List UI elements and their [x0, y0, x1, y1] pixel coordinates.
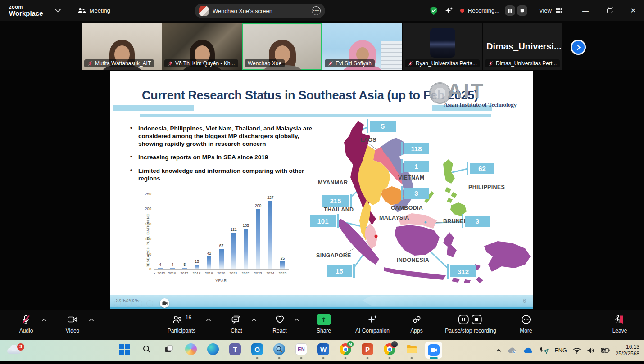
- taskbar-powerpoint-button[interactable]: P: [362, 341, 373, 360]
- taskbar-widgets-weather[interactable]: 3: [6, 343, 24, 358]
- chat-bubble-icon: [231, 314, 242, 325]
- ai-companion-titlebar-icon[interactable]: [444, 6, 454, 16]
- map-callout-philippines: 62: [470, 163, 494, 174]
- taskbar-chrome-profile-button[interactable]: [384, 341, 395, 360]
- taskbar-zoom-button[interactable]: [428, 341, 440, 360]
- chat-label: Chat: [231, 328, 242, 334]
- map-label-indonesia: INDONESIA: [397, 257, 429, 263]
- audio-label: Audio: [19, 328, 33, 334]
- muted-mic-icon: [408, 61, 413, 66]
- tray-hidden-icons-chevron[interactable]: [496, 348, 502, 352]
- taskbar-teams-button[interactable]: T: [229, 341, 241, 360]
- share-button[interactable]: Share: [317, 314, 331, 334]
- next-participants-page-button[interactable]: [571, 40, 586, 55]
- taskbar-file-explorer-button[interactable]: [406, 341, 417, 360]
- workspace-chevron-down-icon[interactable]: [55, 7, 61, 13]
- taskbar-search-button[interactable]: [141, 341, 153, 360]
- map-label-malaysia: MALAYSIA: [379, 215, 409, 221]
- ai-companion-button[interactable]: AI Companion: [355, 314, 390, 334]
- video-tile-wenchao-active-speaker[interactable]: Wenchao Xue: [242, 23, 322, 70]
- map-callout-indonesia: 312: [450, 265, 476, 277]
- share-screen-icon: [317, 314, 331, 325]
- react-label: React: [272, 328, 286, 334]
- onedrive-icon[interactable]: [523, 347, 533, 354]
- minimize-button[interactable]: —: [581, 6, 590, 15]
- map-callout-thailand: 215: [322, 195, 349, 207]
- video-label: Video: [66, 328, 79, 334]
- video-button[interactable]: Video: [66, 314, 79, 334]
- taskbar-endnote-button[interactable]: EN: [295, 341, 307, 360]
- leave-label: Leave: [612, 328, 627, 334]
- mic-in-use-location-icon[interactable]: [539, 347, 549, 354]
- name-tag: Mutita Wattanasuk_AIT: [84, 59, 154, 67]
- tab-meeting[interactable]: Meeting: [77, 7, 110, 14]
- name-tag: Evi Siti Sofiyah: [325, 59, 375, 67]
- close-button[interactable]: ✕: [629, 6, 638, 15]
- shared-screen-title: Wenchao Xue's screen: [213, 8, 308, 14]
- map-label-vietnam: VIETNAM: [398, 175, 424, 181]
- presenter-camera-icon[interactable]: [160, 298, 169, 308]
- participants-button[interactable]: 16 Participants: [168, 314, 196, 334]
- chat-menu-chevron[interactable]: [251, 318, 257, 322]
- profile-badge: [391, 341, 398, 347]
- muted-mic-icon: [21, 314, 32, 325]
- map-callout-myanmar: 5: [370, 121, 396, 132]
- taskbar-edge-button[interactable]: [207, 341, 219, 360]
- chat-button[interactable]: Chat: [231, 314, 242, 334]
- notification-badge: 3: [17, 343, 24, 351]
- zoom-workplace-logo: zoom Workplace: [9, 4, 43, 17]
- map-label-cambodia: CAMBODIA: [391, 205, 423, 211]
- video-tile-vo-thi[interactable]: Võ Thị Kim Quyên - Kh...: [162, 23, 242, 70]
- map-callout-cambodia: 3: [404, 188, 429, 199]
- map-label-brunei: BRUNEI: [443, 218, 466, 225]
- participants-menu-chevron[interactable]: [206, 318, 212, 322]
- people-icon: [77, 7, 86, 14]
- taskbar-chrome-gmail-button[interactable]: M: [340, 341, 351, 360]
- stop-recording-button[interactable]: [517, 5, 527, 16]
- more-button[interactable]: More: [520, 314, 532, 334]
- video-menu-chevron[interactable]: [89, 318, 95, 322]
- video-tile-ryan[interactable]: Ryan_Universitas Perta...: [403, 23, 482, 70]
- restore-button[interactable]: [605, 6, 614, 15]
- pill-more-options-icon[interactable]: •••: [312, 6, 321, 15]
- video-tile-mutita[interactable]: Mutita Wattanasuk_AIT: [82, 23, 162, 70]
- name-tag: Ryan_Universitas Perta...: [405, 59, 480, 67]
- taskbar-start-button[interactable]: [119, 341, 131, 360]
- taskbar-clock[interactable]: 16:13 25/2/2568: [616, 344, 639, 357]
- meeting-tab-label: Meeting: [90, 7, 110, 14]
- taskbar-outlook-button[interactable]: O: [251, 341, 263, 360]
- tray-date: 25/2/2568: [616, 351, 639, 357]
- leave-meeting-icon: [614, 314, 626, 325]
- battery-charging-icon[interactable]: [601, 347, 610, 353]
- audio-button[interactable]: Audio: [19, 314, 33, 334]
- react-menu-chevron[interactable]: [294, 318, 300, 322]
- zoom-workplace-window: zoom Workplace Meeting Wenchao Xue's scr…: [0, 0, 644, 364]
- pause-stop-recording-button[interactable]: Pause/stop recording: [445, 314, 496, 334]
- tray-time: 16:13: [616, 344, 639, 351]
- react-button[interactable]: React: [272, 314, 286, 334]
- screen-bottom-edge: [0, 361, 644, 364]
- taskbar-copilot-button[interactable]: [185, 341, 197, 360]
- profile-photo-avatar: [430, 28, 455, 58]
- pause-recording-button[interactable]: [505, 5, 515, 16]
- shared-screen-pill[interactable]: Wenchao Xue's screen •••: [195, 4, 325, 18]
- wifi-icon[interactable]: [573, 347, 581, 354]
- windows-taskbar: 3 T O EN W M P ENG: [0, 340, 644, 361]
- audio-menu-chevron[interactable]: [41, 318, 47, 322]
- map-callout-laos: 1: [404, 161, 429, 172]
- leave-button[interactable]: Leave: [612, 314, 627, 334]
- video-tile-dimas[interactable]: Dimas_Universi... Dimas_Universitas Pert…: [483, 23, 562, 70]
- volume-icon[interactable]: [587, 347, 595, 354]
- onedrive-sync-icon[interactable]: [508, 347, 517, 354]
- taskbar-task-view-button[interactable]: [163, 341, 175, 360]
- language-indicator[interactable]: ENG: [555, 347, 567, 354]
- taskbar-word-button[interactable]: W: [317, 341, 329, 360]
- muted-mic-icon: [328, 61, 333, 66]
- muted-mic-icon: [87, 61, 93, 66]
- video-tile-evi[interactable]: Evi Siti Sofiyah: [322, 23, 402, 70]
- taskbar-web-search-button[interactable]: [273, 341, 285, 360]
- view-gallery-icon[interactable]: [555, 7, 563, 14]
- security-shield-icon[interactable]: [429, 6, 439, 16]
- apps-button[interactable]: Apps: [410, 314, 422, 334]
- participant-name: Wenchao Xue: [248, 60, 281, 67]
